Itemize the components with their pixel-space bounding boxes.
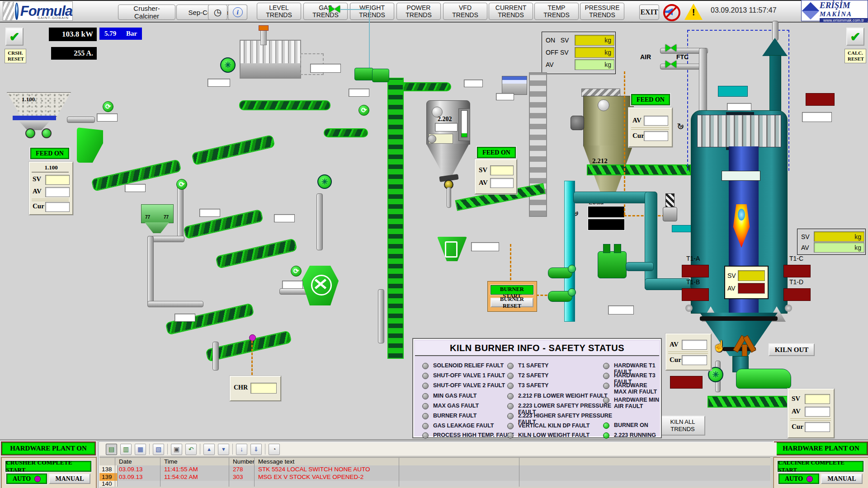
tag-box (97, 113, 118, 122)
safety-item-label: 2.212 FB LOWER WEIGHT FAULT (518, 393, 608, 399)
notes-icon[interactable]: ▧ (153, 444, 164, 455)
divider (32, 172, 69, 173)
alarm-date[interactable]: 03.09.13 (117, 473, 162, 481)
alarm-time[interactable]: 11:41:55 AM (162, 465, 231, 473)
scada-screen: Formula SAINT-GOBAIN Crusher-Calciner Se… (0, 0, 868, 488)
burner-skid-valve-1 (603, 244, 610, 253)
pipe (378, 289, 384, 343)
col-header-date[interactable]: Date (117, 457, 162, 465)
safety-item: SHUT-OFF VALVE 1 FAULT (422, 372, 517, 379)
burner-start-button[interactable]: BURNER START (491, 285, 533, 295)
baghouse-hopper (240, 63, 301, 79)
feeder-1100-title: 1.100 (30, 164, 72, 171)
kiln-all-trends-line1: KILN ALL (670, 418, 695, 426)
pipe (316, 193, 323, 250)
conveyor-belt (397, 82, 451, 91)
kiln-all-trends-line2: TRENDS (670, 426, 694, 433)
tab-weight-trends[interactable]: WEIGHT TRENDS (350, 3, 394, 20)
on-sv-field[interactable]: kg (575, 35, 614, 46)
kiln-feed-sv-field[interactable]: kg (814, 231, 864, 242)
vendor-logo: ERİŞİM MAKİNA www.erisimmak.com.tr (801, 0, 868, 21)
page-down-icon[interactable]: ↓ (236, 444, 247, 455)
av-label: AV (792, 408, 801, 415)
nav-crusher-calciner[interactable]: Crusher-Calciner (118, 5, 175, 20)
status-led (507, 432, 514, 439)
col-header-time[interactable]: Time (162, 457, 231, 465)
tab-current-trends[interactable]: CURRENT TRENDS (489, 3, 533, 20)
scroll-up-icon[interactable]: ▲ (203, 444, 215, 455)
kiln-temp-sv-field[interactable] (738, 270, 765, 281)
crusher-ok-check-icon[interactable]: ✔ (5, 28, 24, 46)
rotation-mode-icon[interactable]: ↻A (677, 122, 684, 131)
crusher-start-panel: CRUSHER COMPLETE START AUTO MANUAL (1, 457, 97, 488)
exit-button[interactable]: EXIT (639, 5, 659, 20)
calciner-start-panel: CALCINER COMPLETE START AUTO MANUAL (773, 457, 868, 488)
kiln-bottom-sv-field[interactable] (805, 394, 830, 404)
hopper-blue-band (13, 116, 56, 120)
tab-vfd-trends[interactable]: VFD TRENDS (443, 3, 487, 20)
mute-alarm-icon[interactable] (663, 4, 680, 21)
motor-icon (354, 68, 373, 80)
tab-level-trends[interactable]: LEVEL TRENDS (257, 3, 301, 20)
chr-field[interactable] (250, 383, 277, 394)
scroll-down-icon[interactable]: ▼ (218, 444, 229, 455)
alarm-time[interactable]: 11:54:02 AM (162, 473, 231, 481)
calciner-auto-button[interactable]: AUTO (778, 474, 819, 484)
calciner-manual-button[interactable]: MANUAL (821, 474, 863, 484)
tab-pressure-trends[interactable]: PRESSURE TRENDS (580, 3, 624, 20)
alarm-number[interactable]: 303 (231, 473, 256, 481)
tab-power-trends[interactable]: POWER TRENDS (396, 3, 441, 20)
recycle-arrow-icon: ⟳ (359, 105, 369, 116)
status-led (507, 403, 514, 409)
print-icon[interactable]: ▣ (171, 444, 182, 455)
database-icon[interactable]: ▦ (135, 444, 146, 455)
valve-icon (329, 5, 340, 13)
timer-icon[interactable]: ◷ (208, 5, 227, 20)
col-header-number[interactable]: Number (231, 457, 256, 465)
burner-reset-button[interactable]: BURNER RESET (491, 298, 533, 307)
calciner-ok-check-icon[interactable]: ✔ (846, 28, 864, 46)
col-header-message[interactable]: Message text (256, 457, 394, 465)
alarm-number[interactable]: 278 (231, 465, 256, 473)
tab-gas-trends[interactable]: GAS TRENDS (303, 3, 348, 20)
restore-icon[interactable]: ↶ (185, 444, 197, 455)
tab-temp-trends[interactable]: TEMP TRENDS (534, 3, 579, 20)
feeder-2202-sv-field[interactable] (490, 165, 514, 175)
silo-2202-knob (428, 135, 436, 143)
vent-cap (259, 25, 269, 31)
crusher-manual-button[interactable]: MANUAL (49, 474, 90, 484)
kiln-all-trends-button[interactable]: KILN ALL TRENDS (660, 416, 705, 436)
kiln-out-button[interactable]: KILN OUT (769, 343, 815, 356)
safety-item-label: MIN GAS FAULT (433, 393, 476, 399)
alarm-warning-icon[interactable]: ! (684, 4, 703, 20)
safety-item: T3 SAFETY (507, 382, 611, 389)
formula-logo: Formula SAINT-GOBAIN (3, 1, 73, 21)
recycle-arrow-icon: ⟳ (291, 266, 302, 277)
stone-hopper (7, 92, 71, 117)
burner-skid-valve-2 (614, 244, 621, 253)
crusher-auto-button[interactable]: AUTO (6, 474, 47, 484)
calc-reset-button[interactable]: CALC. RESET (844, 49, 866, 63)
feeder-1100-panel: 1.100 SV AV Cur (29, 162, 73, 215)
alarm-date[interactable]: 03.09.13 (117, 465, 162, 473)
export-log-icon[interactable]: ▤ (106, 444, 117, 455)
tag-box (274, 214, 295, 222)
feeder-1100-sv-field[interactable] (45, 175, 70, 185)
alarm-message[interactable]: STK 5524 LOCAL SWITCH NONE AUTO (256, 465, 401, 473)
info-icon[interactable]: i (228, 5, 247, 20)
pause-clock-icon[interactable]: ◔ (269, 444, 280, 455)
bin-77: 77 77 (141, 204, 174, 223)
auto-label: AUTO (785, 475, 803, 483)
status-led (422, 423, 429, 429)
crsh-reset-button[interactable]: CRSH. RESET (5, 49, 26, 63)
alarm-row-bg[interactable] (99, 481, 770, 487)
safety-item: T2 SAFETY (507, 372, 611, 379)
air-pipe-down (699, 48, 707, 112)
divider (790, 418, 831, 421)
ftc-valve-icon (665, 61, 676, 68)
off-sv-field[interactable]: kg (575, 47, 614, 58)
alarm-message[interactable]: MSG EX V STOCK VALVE OPENED-2 (256, 473, 401, 481)
export-db-icon[interactable]: ▥ (120, 444, 132, 455)
end-down-icon[interactable]: ⇓ (250, 444, 262, 455)
divider (32, 199, 69, 201)
